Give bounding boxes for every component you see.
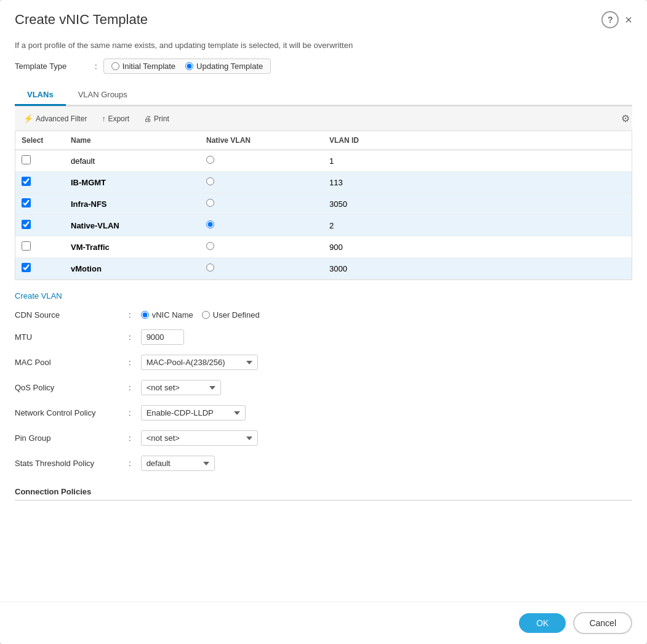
cdn-source-radio-group: vNIC Name User Defined (141, 310, 260, 320)
vlan-table: Select Name Native VLAN VLAN ID default (15, 131, 632, 280)
cdn-user-defined-radio[interactable] (202, 311, 210, 319)
cdn-vnic-name-radio[interactable] (141, 311, 149, 319)
close-button[interactable]: × (625, 13, 632, 27)
mtu-label: MTU (15, 332, 123, 342)
tab-vlan-groups[interactable]: VLAN Groups (66, 85, 140, 106)
mtu-row: MTU : (15, 329, 632, 345)
col-vlan-id: VLAN ID (323, 131, 632, 150)
row-name-cell: Infra-NFS (65, 193, 200, 215)
row-select-cell[interactable] (15, 236, 65, 258)
row-native-cell[interactable] (200, 236, 323, 258)
network-control-policy-row: Network Control Policy : Enable-CDP-LLDP (15, 405, 632, 421)
vlan-table-wrapper: Select Name Native VLAN VLAN ID default (15, 131, 632, 280)
filter-icon: ⚡ (23, 114, 33, 123)
row-select-cell[interactable] (15, 150, 65, 172)
row-native-cell[interactable] (200, 193, 323, 215)
cancel-button[interactable]: Cancel (573, 612, 632, 634)
export-icon: ↑ (102, 115, 105, 123)
header-icons: ? × (601, 11, 632, 28)
mac-pool-select[interactable]: MAC-Pool-A(238/256) (141, 355, 258, 370)
row-name-cell: VM-Traffic (65, 236, 200, 258)
cdn-vnic-name-option[interactable]: vNIC Name (141, 310, 193, 320)
create-vlan-link[interactable]: Create VLAN (15, 291, 62, 300)
dialog-footer: OK Cancel (0, 602, 647, 644)
export-label: Export (108, 115, 129, 123)
native-vlan-radio[interactable] (206, 264, 214, 272)
dialog-body: If a port profile of the same name exist… (0, 34, 647, 602)
table-row: IB-MGMT 113 (15, 172, 632, 193)
cdn-source-colon: : (129, 310, 131, 320)
template-type-initial[interactable]: Initial Template (111, 62, 175, 71)
ok-button[interactable]: OK (519, 613, 566, 633)
row-select-cell[interactable] (15, 193, 65, 215)
connection-policies-heading: Connection Policies (15, 481, 632, 501)
row-native-cell[interactable] (200, 215, 323, 236)
table-row: Infra-NFS 3050 (15, 193, 632, 215)
pin-group-row: Pin Group : <not set> (15, 430, 632, 446)
row-select-cell[interactable] (15, 258, 65, 280)
gear-icon[interactable]: ⚙ (621, 113, 630, 124)
cdn-user-defined-option[interactable]: User Defined (202, 310, 260, 320)
advanced-filter-button[interactable]: ⚡ Advanced Filter (17, 111, 93, 126)
row-checkbox[interactable] (22, 198, 31, 207)
table-row: VM-Traffic 900 (15, 236, 632, 258)
cdn-vnic-name-label: vNIC Name (152, 310, 193, 320)
native-vlan-radio[interactable] (206, 199, 214, 207)
row-vlanid-cell: 3000 (323, 258, 632, 280)
qos-policy-select[interactable]: <not set> (141, 380, 221, 395)
pin-group-select[interactable]: <not set> (141, 430, 258, 446)
cdn-source-label: CDN Source (15, 310, 123, 320)
stats-threshold-policy-select[interactable]: default (141, 456, 215, 471)
tabs: VLANs VLAN Groups (15, 85, 632, 106)
tab-vlans[interactable]: VLANs (15, 85, 66, 106)
mtu-input[interactable] (141, 329, 184, 345)
row-name-cell: IB-MGMT (65, 172, 200, 193)
qos-policy-row: QoS Policy : <not set> (15, 380, 632, 395)
mac-pool-label: MAC Pool (15, 358, 123, 367)
template-type-updating[interactable]: Updating Template (185, 62, 263, 71)
template-type-radio-group: Initial Template Updating Template (103, 58, 271, 74)
row-native-cell[interactable] (200, 150, 323, 172)
native-vlan-radio[interactable] (206, 242, 214, 250)
network-control-policy-select[interactable]: Enable-CDP-LLDP (141, 405, 246, 421)
advanced-filter-label: Advanced Filter (36, 115, 87, 123)
template-type-row: Template Type : Initial Template Updatin… (15, 58, 632, 74)
stats-threshold-policy-row: Stats Threshold Policy : default (15, 456, 632, 471)
template-type-initial-radio[interactable] (111, 62, 119, 70)
template-type-label: Template Type (15, 62, 89, 71)
native-vlan-radio[interactable] (206, 220, 214, 228)
row-checkbox[interactable] (22, 241, 31, 251)
row-select-cell[interactable] (15, 215, 65, 236)
cdn-source-row: CDN Source : vNIC Name User Defined (15, 310, 632, 320)
row-checkbox[interactable] (22, 155, 31, 164)
help-button[interactable]: ? (601, 11, 619, 28)
export-button[interactable]: ↑ Export (95, 112, 135, 126)
create-vnic-template-dialog: Create vNIC Template ? × If a port profi… (0, 0, 647, 644)
template-type-updating-label: Updating Template (196, 62, 263, 71)
col-native-vlan: Native VLAN (200, 131, 323, 150)
row-native-cell[interactable] (200, 172, 323, 193)
network-control-policy-label: Network Control Policy (15, 408, 123, 417)
mac-pool-row: MAC Pool : MAC-Pool-A(238/256) (15, 355, 632, 370)
col-select: Select (15, 131, 65, 150)
row-checkbox[interactable] (22, 263, 31, 272)
stats-threshold-policy-colon: : (129, 459, 131, 468)
toolbar-left: ⚡ Advanced Filter ↑ Export 🖨 Print (17, 111, 175, 126)
row-native-cell[interactable] (200, 258, 323, 280)
mtu-colon: : (129, 332, 131, 342)
table-row: Native-VLAN 2 (15, 215, 632, 236)
row-vlanid-cell: 900 (323, 236, 632, 258)
pin-group-colon: : (129, 433, 131, 443)
stats-threshold-policy-label: Stats Threshold Policy (15, 459, 123, 468)
row-select-cell[interactable] (15, 172, 65, 193)
native-vlan-radio[interactable] (206, 177, 214, 185)
table-row: vMotion 3000 (15, 258, 632, 280)
row-name-cell: vMotion (65, 258, 200, 280)
row-checkbox[interactable] (22, 177, 31, 186)
network-control-policy-colon: : (129, 408, 131, 417)
print-button[interactable]: 🖨 Print (138, 112, 175, 126)
template-type-colon: : (95, 62, 97, 71)
native-vlan-radio[interactable] (206, 156, 214, 164)
row-checkbox[interactable] (22, 220, 31, 229)
template-type-updating-radio[interactable] (185, 62, 193, 70)
